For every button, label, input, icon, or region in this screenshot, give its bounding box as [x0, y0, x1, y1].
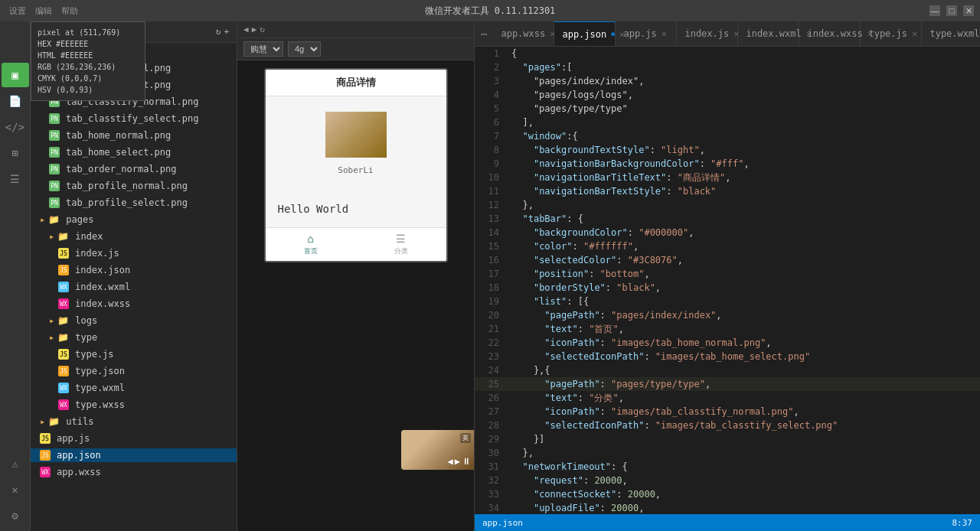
code-line: 28 "selectedIconPath": "images/tab_class… — [475, 419, 980, 432]
resolution-select[interactable]: 4g — [288, 41, 321, 57]
tree-add-icon[interactable]: + — [224, 27, 229, 37]
code-line: 27 "iconPath": "images/tab_classtify_nor… — [475, 405, 980, 419]
tab-bar: ⋯ app.wxss ✕ app.json ● ✕ app.js ✕ index… — [475, 21, 980, 47]
tab-type-js[interactable]: type.js ✕ — [861, 21, 922, 46]
code-line: 21 "text": "首页", — [475, 322, 980, 336]
line-content: "networkTimeout": { — [505, 460, 980, 474]
ad-prev-btn[interactable]: ◀ — [448, 456, 453, 467]
code-icon-btn[interactable]: </> — [2, 115, 29, 139]
tree-file-item[interactable]: PNtab_order_normal.png — [31, 161, 237, 178]
tree-file-item[interactable]: JStype.json — [31, 363, 237, 380]
warning-bottom-icon[interactable]: ⚠ — [2, 451, 29, 476]
line-content: "list": [{ — [505, 295, 980, 308]
line-number: 22 — [475, 336, 505, 350]
next-icon[interactable]: ▶ — [252, 24, 257, 34]
code-container[interactable]: 1{2 "pages":[3 "pages/index/index",4 "pa… — [475, 47, 980, 514]
line-content: },{ — [505, 363, 980, 377]
tab-type-wxml[interactable]: type.wxml ✕ — [922, 21, 980, 46]
code-line: 22 "iconPath": "images/tab_home_normal.p… — [475, 336, 980, 350]
tree-folder-item[interactable]: ▸📁pages — [31, 211, 237, 228]
line-content: "iconPath": "images/tab_home_normal.png"… — [505, 336, 980, 350]
code-line: 18 "borderStyle": "black", — [475, 281, 980, 295]
ad-pause-btn[interactable]: ⏸ — [462, 456, 471, 467]
tree-file-item[interactable]: WXtype.wxml — [31, 380, 237, 396]
tree-file-item[interactable]: WXindex.wxml — [31, 279, 237, 295]
tab-app-json[interactable]: app.json ● ✕ — [554, 21, 616, 46]
tab-index-wxss[interactable]: index.wxss ✕ — [799, 21, 861, 46]
line-content: "text": "分类", — [505, 391, 980, 405]
close-left-icon[interactable]: ✕ — [2, 477, 29, 502]
ad-play-btn[interactable]: ▶ — [455, 456, 460, 467]
code-line: 15 "color": "#ffffff", — [475, 239, 980, 253]
tab-type-js-close[interactable]: ✕ — [912, 28, 917, 39]
tab-app-js-label: app.js — [623, 28, 656, 39]
phone-tab-home[interactable]: ⌂ 首页 — [266, 228, 356, 261]
tree-file-item[interactable]: WXtype.wxss — [31, 396, 237, 413]
line-number: 26 — [475, 391, 505, 405]
tree-file-item[interactable]: JSapp.js — [31, 430, 237, 447]
tab-app-js-close[interactable]: ✕ — [662, 28, 667, 39]
line-content: "connectSocket": 20000, — [505, 487, 980, 501]
code-line: 26 "text": "分类", — [475, 391, 980, 405]
tree-file-item[interactable]: PNtab_home_select.png — [31, 144, 237, 161]
tree-file-item[interactable]: JSapp.json — [31, 447, 237, 464]
line-content: "navigationBarTitleText": "商品详情", — [505, 171, 980, 184]
tree-folder-item[interactable]: ▸📁index — [31, 228, 237, 245]
layers-icon-btn[interactable]: ⊞ — [2, 141, 29, 165]
line-number: 21 — [475, 322, 505, 336]
green-active-icon[interactable]: ▣ — [2, 63, 29, 87]
refresh-icon[interactable]: ↻ — [260, 24, 265, 34]
code-line: 33 "connectSocket": 20000, — [475, 487, 980, 501]
tree-file-item[interactable]: JSindex.js — [31, 245, 237, 262]
tab-index-js[interactable]: index.js ✕ — [677, 21, 738, 46]
tree-file-item[interactable]: WXindex.wxss — [31, 295, 237, 312]
tab-app-js[interactable]: app.js ✕ — [616, 21, 677, 46]
tree-file-item[interactable]: PNtab_profile_select.png — [31, 194, 237, 211]
code-line: 4 "pages/logs/logs", — [475, 88, 980, 102]
file-icon-btn[interactable]: 📄 — [2, 89, 29, 113]
tree-file-item[interactable]: WXapp.wxss — [31, 464, 237, 481]
code-line: 7 "window":{ — [475, 129, 980, 143]
line-content: "selectedIconPath": "images/tab_classtif… — [505, 419, 980, 432]
tree-folder-item[interactable]: ▸📁type — [31, 329, 237, 346]
line-content: "pages/type/type" — [505, 102, 980, 116]
line-number: 16 — [475, 253, 505, 267]
tab-type-js-label: type.js — [868, 28, 907, 39]
tree-folder-item[interactable]: ▸📁logs — [31, 312, 237, 329]
line-content: "iconPath": "images/tab_classtify_normal… — [505, 405, 980, 419]
line-number: 28 — [475, 419, 505, 432]
tree-refresh-icon[interactable]: ↻ — [216, 27, 221, 37]
line-content: "backgroundColor": "#000000", — [505, 226, 980, 239]
device-select[interactable]: 购慧 — [243, 41, 283, 57]
phone-nav-bar: 商品详情 — [266, 70, 446, 96]
tab-index-wxml[interactable]: index.wxml ✕ — [738, 21, 799, 46]
line-number: 6 — [475, 116, 505, 129]
code-line: 3 "pages/index/index", — [475, 74, 980, 88]
code-line: 14 "backgroundColor": "#000000", — [475, 226, 980, 239]
line-content: "pages":[ — [505, 60, 980, 74]
close-button[interactable]: ✕ — [963, 5, 974, 16]
phone-tab-classify[interactable]: ☰ 分类 — [356, 228, 446, 261]
title-bar-controls: — □ ✕ — [929, 5, 974, 16]
tab-index-wxml-label: index.wxml — [746, 28, 801, 39]
settings-bottom-icon[interactable]: ⚙ — [2, 503, 29, 528]
tree-file-item[interactable]: PNtab_home_normal.png — [31, 127, 237, 144]
tab-app-wxss[interactable]: app.wxss ✕ — [493, 21, 554, 46]
tree-file-item[interactable]: JStype.js — [31, 346, 237, 363]
minimize-button[interactable]: — — [929, 5, 940, 16]
tree-file-item[interactable]: JSindex.json — [31, 262, 237, 279]
menu-file[interactable]: 设置 — [6, 5, 29, 17]
menu-edit[interactable]: 编辑 — [32, 5, 55, 17]
tree-folder-item[interactable]: ▸📁utils — [31, 413, 237, 430]
maximize-button[interactable]: □ — [946, 5, 957, 16]
menu-help[interactable]: 帮助 — [58, 5, 81, 17]
tree-file-item[interactable]: PNtab_profile_normal.png — [31, 178, 237, 194]
code-line: 8 "backgroundTextStyle": "light", — [475, 143, 980, 157]
line-number: 4 — [475, 88, 505, 102]
code-line: 29 }] — [475, 432, 980, 446]
line-content: "backgroundTextStyle": "light", — [505, 143, 980, 157]
list-icon-btn[interactable]: ☰ — [2, 167, 29, 191]
tree-file-item[interactable]: PNtab_classtify_select.png — [31, 110, 237, 127]
tab-bar-more-left[interactable]: ⋯ — [475, 28, 493, 40]
prev-icon[interactable]: ◀ — [243, 24, 249, 34]
